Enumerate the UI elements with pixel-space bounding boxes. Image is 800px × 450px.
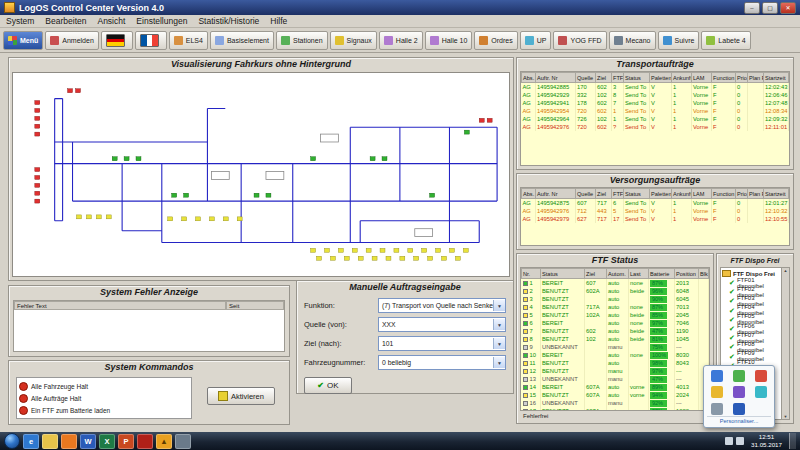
column-header[interactable]: Plan FTF bbox=[748, 73, 764, 83]
transport-row[interactable]: AG 1495942941 178 602 7 Send To V 1 Vorn… bbox=[522, 99, 789, 107]
toolbar-button[interactable]: YOG FFD bbox=[553, 31, 606, 50]
track-map[interactable] bbox=[12, 72, 510, 277]
ftf-row[interactable]: 1 BEREIT 607 auto none 87% 2013 bbox=[522, 279, 709, 288]
ftf-row[interactable]: 8 BENUTZT 102 auto beide 81% 1045 bbox=[522, 335, 709, 343]
toolbar-button[interactable]: Mecano bbox=[609, 31, 656, 50]
taskbar-app-icon[interactable]: P bbox=[118, 434, 134, 449]
tray-app-icon[interactable] bbox=[755, 370, 767, 382]
close-button[interactable]: ✕ bbox=[780, 2, 796, 14]
ftf-row[interactable]: 16 UNBEKANNT manu 92% --- bbox=[522, 399, 709, 407]
command-list[interactable]: Alle Fahrzeuge Halt Alle Aufträge Halt E… bbox=[16, 377, 192, 419]
fahrzeugnummer-select[interactable]: 0 beliebig ▼ bbox=[378, 355, 506, 370]
menu-item[interactable]: Hilfe bbox=[270, 16, 287, 26]
menu-item[interactable]: Bearbeiten bbox=[45, 16, 86, 26]
column-header[interactable]: Ziel bbox=[585, 269, 607, 279]
scroll-up-icon[interactable]: ▲ bbox=[784, 268, 788, 273]
toolbar-button[interactable]: Anmelden bbox=[45, 31, 99, 50]
column-header[interactable]: Auftr. Nr bbox=[536, 189, 576, 199]
column-header[interactable]: Prio bbox=[736, 189, 748, 199]
command-item[interactable]: Alle Aufträge Halt bbox=[19, 392, 189, 404]
column-header[interactable]: Ankunft bbox=[672, 189, 692, 199]
supply-row[interactable]: AG 1495942875 607 717 6 Send To V 1 Vorn… bbox=[522, 199, 789, 208]
taskbar-app-icon[interactable]: W bbox=[80, 434, 96, 449]
tray-icon[interactable] bbox=[736, 437, 744, 445]
column-header[interactable]: LAM bbox=[692, 73, 712, 83]
ftf-row[interactable]: 12 BENUTZT manu 97% --- bbox=[522, 367, 709, 375]
supply-row[interactable]: AG 1495942979 627 717 17 Send To V 1 Vor… bbox=[522, 215, 789, 223]
supply-row[interactable]: AG 1495942976 712 443 5 Send To V 1 Vorn… bbox=[522, 207, 789, 215]
chevron-down-icon[interactable]: ▼ bbox=[493, 338, 505, 349]
ftf-row[interactable]: 2 BENUTZT 602A auto beide 96% 6048 bbox=[522, 287, 709, 295]
toolbar-button[interactable]: Halle 10 bbox=[425, 31, 473, 50]
window-titlebar[interactable]: LogOS Control Center Version 4.0 – ▢ ✕ bbox=[0, 0, 800, 15]
error-since-column-header[interactable]: Seit bbox=[226, 301, 284, 310]
ftf-row[interactable]: 11 BENUTZT auto 98% 8043 bbox=[522, 359, 709, 367]
column-header[interactable]: Autom. bbox=[607, 269, 629, 279]
tray-app-icon[interactable] bbox=[755, 386, 767, 398]
ftf-row[interactable]: 14 BEREIT 607A auto vorne 89% 4013 bbox=[522, 383, 709, 391]
command-item[interactable]: Ein FTF zum Batterie laden bbox=[19, 404, 189, 416]
scroll-down-icon[interactable]: ▼ bbox=[784, 414, 788, 419]
start-button[interactable] bbox=[4, 433, 20, 449]
tray-app-icon[interactable] bbox=[711, 386, 723, 398]
ftf-row[interactable]: 15 BENUTZT 607A auto vorne 94% 2024 bbox=[522, 391, 709, 399]
maximize-button[interactable]: ▢ bbox=[762, 2, 778, 14]
command-item[interactable]: Alle Fahrzeuge Halt bbox=[19, 380, 189, 392]
toolbar-button[interactable]: Signaux bbox=[330, 31, 377, 50]
column-header[interactable]: Blk bbox=[699, 269, 709, 279]
toolbar-button[interactable]: Halle 2 bbox=[379, 31, 423, 50]
column-header[interactable]: Nr. bbox=[522, 269, 541, 279]
column-header[interactable]: Function bbox=[712, 73, 736, 83]
menu-item[interactable]: Statistik/Historie bbox=[198, 16, 259, 26]
transport-row[interactable]: AG 1495942964 726 102 1 Send To V 1 Vorn… bbox=[522, 115, 789, 123]
error-table[interactable]: Fehler Text Seit bbox=[13, 300, 285, 352]
taskbar-app-icon[interactable]: X bbox=[99, 434, 115, 449]
taskbar-app-icon[interactable]: e bbox=[23, 434, 39, 449]
ok-button[interactable]: ✔ OK bbox=[304, 377, 352, 394]
taskbar-app-icon[interactable]: ▲ bbox=[156, 434, 172, 449]
toolbar-button[interactable]: Basiselement bbox=[210, 31, 274, 50]
column-header[interactable]: Abs. bbox=[522, 189, 536, 199]
transport-row[interactable]: AG 1495942954 720 602 1 Send To V 1 Vorn… bbox=[522, 107, 789, 115]
toolbar-button[interactable]: UP bbox=[520, 31, 552, 50]
aktivieren-button[interactable]: Aktivieren bbox=[207, 387, 275, 405]
ftf-row[interactable]: 6 BEREIT auto none 97% 7046 bbox=[522, 319, 709, 327]
toolbar-button[interactable]: Menü bbox=[3, 31, 43, 50]
toolbar-button[interactable]: ELS4 bbox=[169, 31, 208, 50]
minimize-button[interactable]: – bbox=[744, 2, 760, 14]
column-header[interactable]: LAM bbox=[692, 189, 712, 199]
menu-item[interactable]: Ansicht bbox=[97, 16, 125, 26]
transport-row[interactable]: AG 1495942885 170 602 3 Send To V 1 Vorn… bbox=[522, 83, 789, 92]
column-header[interactable]: Ankunft bbox=[672, 73, 692, 83]
taskbar-app-icon[interactable] bbox=[137, 434, 153, 449]
column-header[interactable]: Startzeit bbox=[764, 73, 789, 83]
toolbar-button[interactable]: Suivre bbox=[658, 31, 700, 50]
column-header[interactable]: Auftr. Nr bbox=[536, 73, 576, 83]
ftf-row[interactable]: 13 UNBEKANNT manu 47% --- bbox=[522, 375, 709, 383]
column-header[interactable]: Plan FTF bbox=[748, 189, 764, 199]
funktion-select[interactable]: (7) Transport von Quelle nach Senke ▼ bbox=[378, 298, 506, 313]
taskbar-app-icon[interactable] bbox=[42, 434, 58, 449]
tray-app-icon[interactable] bbox=[733, 386, 745, 398]
column-header[interactable]: Ziel bbox=[596, 189, 612, 199]
tray-icon[interactable] bbox=[725, 437, 733, 445]
dispo-scrollbar[interactable]: ▲ ▼ bbox=[781, 267, 790, 420]
chevron-down-icon[interactable]: ▼ bbox=[493, 357, 505, 368]
supply-orders-table[interactable]: Abs.Auftr. NrQuelleZielFTFStatusPaletten… bbox=[520, 187, 790, 246]
column-header[interactable]: Batterie bbox=[649, 269, 675, 279]
ftf-row[interactable]: 7 BENUTZT 602 auto beide 47% 1190 bbox=[522, 327, 709, 335]
personnaliser-link[interactable]: Personnaliser... bbox=[707, 416, 771, 424]
taskbar-clock[interactable]: 12:51 31.05.2017 bbox=[747, 433, 786, 449]
show-desktop-button[interactable] bbox=[789, 433, 796, 449]
ftf-row[interactable]: 5 BENUTZT 102A auto beide 85% 2045 bbox=[522, 311, 709, 319]
column-header[interactable]: Function bbox=[712, 189, 736, 199]
column-header[interactable]: Paletten bbox=[650, 73, 672, 83]
chevron-down-icon[interactable]: ▼ bbox=[493, 319, 505, 330]
tray-app-icon[interactable] bbox=[711, 403, 723, 415]
menu-item[interactable]: System bbox=[6, 16, 34, 26]
column-header[interactable]: FTF bbox=[612, 73, 624, 83]
column-header[interactable]: FTF bbox=[612, 189, 624, 199]
taskbar-app-icon[interactable] bbox=[175, 434, 191, 449]
menu-item[interactable]: Einstellungen bbox=[136, 16, 187, 26]
column-header[interactable]: Paletten bbox=[650, 189, 672, 199]
